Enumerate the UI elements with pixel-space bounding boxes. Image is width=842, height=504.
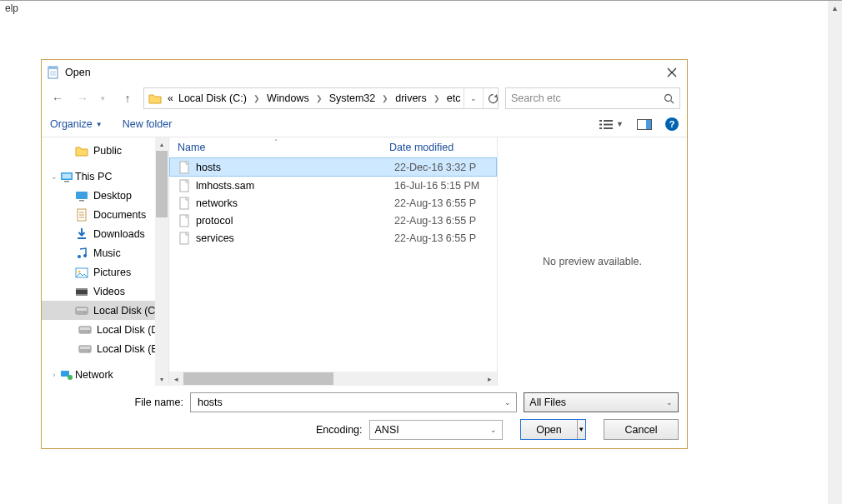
tree-item[interactable]: Public [42,141,168,160]
chevron-down-icon[interactable]: ⌄ [504,398,511,407]
file-list-hscrollbar[interactable]: ◂ ▸ [169,372,497,386]
breadcrumb-item[interactable]: drivers [393,92,429,104]
pc-icon [60,170,73,183]
tree-scrollbar[interactable]: ▴ ▾ [155,137,168,386]
encoding-select[interactable]: ANSI ⌄ [369,420,503,440]
file-name: services [196,232,389,244]
tree-item-label: Videos [93,286,125,297]
file-icon [178,232,191,245]
cancel-button[interactable]: Cancel [604,419,679,440]
tree-item[interactable]: ⌄This PC [42,167,168,186]
tree-item-label: Network [75,369,113,381]
tree-item[interactable]: Pictures [42,262,168,282]
svg-rect-20 [76,192,88,199]
svg-rect-33 [76,294,88,296]
notepad-icon [47,66,60,79]
view-menu[interactable]: ▼ [599,119,624,130]
file-row[interactable]: hosts22-Dec-16 3:32 P [169,157,497,177]
help-button[interactable]: ? [665,117,679,131]
tree-item[interactable]: Local Disk (C:) [42,301,168,320]
file-name: hosts [196,162,389,173]
svg-rect-16 [646,120,651,129]
tree-item[interactable]: Desktop [42,186,168,205]
folder-icon [148,91,162,106]
titlebar: Open [42,60,687,85]
svg-line-8 [671,100,674,103]
svg-rect-19 [64,181,69,182]
nav-recent-dropdown[interactable]: ▾ [93,89,112,107]
search-input[interactable]: Search etc [505,87,680,109]
filetype-filter-select[interactable]: All Files ⌄ [524,392,679,412]
disk-icon [75,304,88,317]
svg-rect-21 [79,200,84,202]
filename-field[interactable] [196,396,504,409]
file-row[interactable]: protocol22-Aug-13 6:55 P [169,212,497,229]
breadcrumb-item[interactable]: System32 [328,92,378,104]
file-row[interactable]: services22-Aug-13 6:55 P [169,229,497,247]
tree-item[interactable]: ›Network [42,365,168,384]
new-folder-button[interactable]: New folder [123,118,173,130]
column-headers[interactable]: ˄ Name Date modified [169,137,497,157]
svg-point-36 [84,312,86,313]
file-date: 22-Aug-13 6:55 P [394,232,476,244]
folder-icon [75,144,88,157]
file-row[interactable]: lmhosts.sam16-Jul-16 5:15 PM [169,177,497,194]
breadcrumb-item[interactable]: Windows [265,92,311,104]
nav-back-button[interactable]: ← [48,89,67,107]
video-icon [75,285,88,298]
chevron-right-icon[interactable]: ❯ [313,94,326,102]
nav-up-button[interactable]: ↑ [118,89,137,107]
file-list[interactable]: hosts22-Dec-16 3:32 Plmhosts.sam16-Jul-1… [169,157,497,372]
tree-item[interactable]: Videos [42,282,168,301]
svg-rect-12 [604,123,613,125]
close-button[interactable] [657,60,687,85]
svg-point-42 [88,350,89,352]
file-name: lmhosts.sam [196,180,389,192]
breadcrumb-item[interactable]: Local Disk (C:) [177,92,248,104]
tree-item-label: This PC [75,171,112,182]
svg-rect-13 [599,127,602,129]
svg-rect-11 [599,123,602,125]
svg-rect-10 [604,120,613,122]
search-placeholder: Search etc [511,92,561,104]
expand-icon[interactable]: ⌄ [50,172,58,181]
parent-menu-fragment: elp [0,1,23,16]
filename-input[interactable]: ⌄ [190,392,517,412]
svg-rect-35 [76,311,88,314]
refresh-button[interactable] [483,88,499,108]
preview-pane-toggle[interactable] [637,119,652,130]
chevron-right-icon[interactable]: ❯ [378,94,392,102]
svg-rect-1 [48,67,58,69]
expand-icon[interactable]: › [50,371,58,379]
file-icon [178,214,191,227]
column-header-date[interactable]: Date modified [389,142,454,153]
chevron-right-icon[interactable]: ❯ [430,94,444,102]
svg-rect-48 [180,215,188,227]
nav-tree: Public⌄This PCDesktopDocumentsDownloadsM… [42,137,169,386]
address-bar[interactable]: « Local Disk (C:) ❯ Windows ❯ System32 ❯… [143,87,499,109]
file-row[interactable]: networks22-Aug-13 6:55 P [169,194,497,212]
chevron-right-icon[interactable]: ❯ [250,94,263,102]
tree-item[interactable]: Documents [42,205,168,224]
open-dropdown[interactable]: ▼ [577,420,585,439]
open-button[interactable]: Open ▼ [520,419,585,440]
column-header-name[interactable]: Name [178,142,389,153]
svg-rect-41 [79,349,91,352]
disk-icon [78,342,92,356]
svg-rect-47 [180,197,188,209]
svg-point-39 [88,331,89,332]
filename-label: File name: [50,397,183,408]
nav-forward-button[interactable]: → [73,89,92,107]
svg-rect-46 [180,180,188,192]
tree-item[interactable]: Music [42,243,168,262]
svg-point-7 [665,94,672,101]
tree-item[interactable]: Local Disk (D:) [42,320,168,339]
desktop-icon [75,189,88,202]
file-date: 22-Aug-13 6:55 P [394,215,476,227]
tree-item[interactable]: Downloads [42,224,168,243]
address-dropdown[interactable]: ⌄ [464,88,483,108]
tree-item[interactable]: Local Disk (E:) [42,339,168,358]
organize-menu[interactable]: Organize ▼ [50,118,103,130]
breadcrumb-item[interactable]: etc [445,92,463,104]
parent-scrollbar[interactable]: ▲ [828,1,842,504]
